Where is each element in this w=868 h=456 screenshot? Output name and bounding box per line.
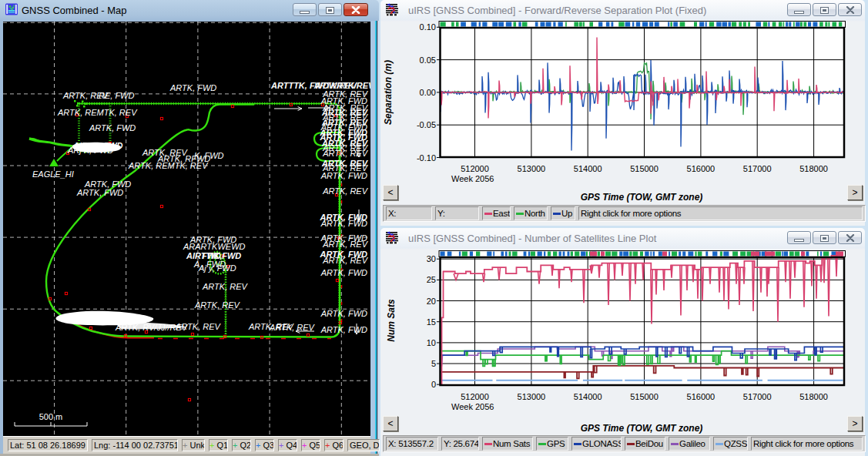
svg-text:GPS Time (TOW, GMT zone): GPS Time (TOW, GMT zone): [581, 423, 703, 434]
svg-text:RE, FWD: RE, FWD: [99, 91, 134, 100]
svg-text:518000: 518000: [799, 392, 828, 401]
svg-text:517000: 517000: [743, 392, 772, 401]
svg-text:Week 2056: Week 2056: [451, 402, 494, 411]
svg-text:ARTK, FWD: ARTK, FWD: [320, 268, 367, 277]
svg-text:514000: 514000: [574, 392, 602, 401]
svg-text:0.05: 0.05: [420, 55, 436, 65]
svg-text:ARTK, FWD: ARTK, FWD: [320, 325, 367, 334]
svg-text:ARTK, FWD: ARTK, FWD: [76, 188, 123, 197]
svg-text:Week 2056: Week 2056: [451, 174, 494, 183]
svg-text:0.10: 0.10: [420, 22, 436, 32]
svg-text:-0.10: -0.10: [417, 153, 436, 163]
svg-text:ARTK, REMTK, REV: ARTK, REMTK, REV: [57, 108, 138, 117]
svg-text:515000: 515000: [630, 164, 659, 173]
svg-text:ARTK, REV: ARTK, REV: [322, 149, 369, 158]
svg-text:514000: 514000: [574, 164, 602, 173]
svg-text:ARARTKWEWD: ARARTKWEWD: [183, 242, 246, 251]
svg-text:500 m: 500 m: [39, 412, 63, 421]
svg-text:ARTK, REV: ARTK, REV: [322, 256, 369, 265]
svg-text:5: 5: [431, 359, 436, 368]
svg-text:Separation (m): Separation (m): [383, 60, 394, 125]
svg-text:517000: 517000: [743, 164, 772, 173]
svg-text:ARTK, FWD: ARTK, FWD: [320, 309, 367, 318]
svg-text:15: 15: [427, 317, 436, 327]
svg-text:515000: 515000: [630, 392, 659, 401]
svg-text:512000: 512000: [461, 164, 489, 173]
svg-text:EAGLE_HI: EAGLE_HI: [32, 169, 74, 179]
svg-text:30: 30: [427, 254, 436, 263]
svg-text:GPS Time (TOW, GMT zone): GPS Time (TOW, GMT zone): [581, 192, 703, 203]
svg-text:ARj K, FWD: ARj K, FWD: [67, 146, 113, 155]
svg-text:516000: 516000: [687, 392, 716, 401]
svg-text:518000: 518000: [799, 164, 828, 173]
svg-text:25: 25: [427, 275, 436, 284]
svg-text:ARTK, REMTK, REV: ARTK, REMTK, REV: [128, 161, 209, 170]
svg-text:Num Sats: Num Sats: [386, 299, 397, 342]
svg-text:10: 10: [427, 338, 436, 347]
svg-text:ARTK, FWD: ARTK, FWD: [320, 171, 367, 180]
svg-text:ARTK, REV: ARTK, REV: [194, 300, 241, 310]
svg-text:513000: 513000: [518, 164, 546, 173]
svg-text:ARTK, RV/JJ//REV: ARTK, RV/JJ//REV: [115, 323, 189, 332]
svg-text:-0.05: -0.05: [417, 120, 436, 129]
svg-text:512000: 512000: [461, 392, 489, 401]
svg-text:ARTK, FWD: ARTK, FWD: [89, 123, 136, 132]
svg-text:ARTK, REV: ARTK, REV: [322, 186, 369, 196]
svg-text:516000: 516000: [687, 164, 716, 173]
svg-text:Aj y, FWD: Aj y, FWD: [198, 263, 236, 273]
svg-text:ARTK, REV: ARTK, REV: [322, 240, 369, 249]
svg-text:0: 0: [431, 380, 436, 389]
svg-text:ARTK, FWD: ARTK, FWD: [320, 219, 367, 228]
svg-text:0.00: 0.00: [420, 88, 436, 97]
svg-text:20: 20: [427, 297, 436, 306]
svg-text:513000: 513000: [518, 392, 546, 401]
svg-text:ARTK, REV: ARTK, REV: [269, 323, 316, 332]
svg-text:ARTK, REV: ARTK, REV: [202, 282, 249, 291]
svg-text:ARTK, FWD: ARTK, FWD: [169, 83, 216, 92]
